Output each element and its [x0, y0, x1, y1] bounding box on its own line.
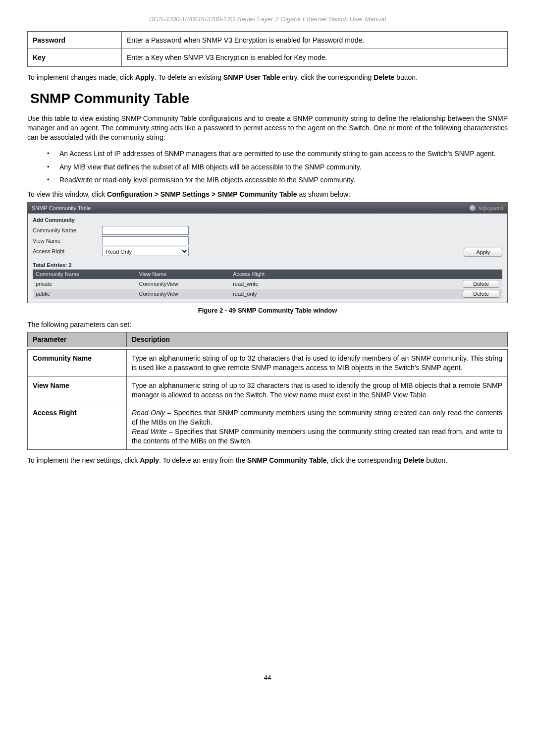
col-actions: [441, 270, 502, 279]
param-name: Community Name: [28, 350, 127, 377]
param-desc: Enter a Key when SNMP V3 Encryption is e…: [122, 49, 508, 67]
table-row: Key Enter a Key when SNMP V3 Encryption …: [28, 49, 508, 67]
list-item: Any MIB view that defines the subset of …: [27, 162, 508, 172]
col-parameter: Parameter: [28, 332, 127, 347]
paragraph: To implement changes made, click Apply. …: [27, 73, 508, 82]
form-row: Community Name: [33, 226, 502, 235]
text: SNMP Community Table: [247, 456, 327, 464]
total-entries-label: Total Entries: 2: [33, 262, 502, 269]
parameter-table: Parameter Description Community Name Typ…: [27, 332, 508, 450]
cell-access: read_write: [230, 279, 441, 289]
text: , click the corresponding: [327, 456, 404, 464]
cell-action: Delete: [441, 279, 502, 289]
window-title: SNMP Community Table: [32, 205, 91, 212]
safeguard-text: Safeguard: [478, 204, 503, 212]
access-right-label: Access Right: [33, 248, 102, 255]
param-name: Key: [28, 49, 122, 67]
param-desc: Read Only – Specifies that SNMP communit…: [127, 404, 508, 450]
table-row: View Name Type an alphanumeric string of…: [28, 377, 508, 404]
top-param-table: Password Enter a Password when SNMP V3 E…: [27, 31, 508, 67]
apply-label: Apply: [135, 73, 155, 81]
param-name: View Name: [28, 377, 127, 404]
view-name-input[interactable]: [102, 236, 189, 245]
window-titlebar: SNMP Community Table Safeguard: [28, 203, 507, 214]
read-write-label: Read Write: [132, 428, 167, 435]
text: button.: [424, 456, 447, 464]
cell-view: CommunityView: [136, 289, 230, 299]
page-number: 44: [27, 673, 508, 682]
table-row: Community Name Type an alphanumeric stri…: [28, 350, 508, 377]
delete-label: Delete: [374, 73, 394, 81]
access-right-select[interactable]: Read Only: [102, 247, 189, 256]
param-body: Community Name Type an alphanumeric stri…: [27, 349, 508, 450]
add-community-heading: Add Community: [33, 216, 502, 224]
col-access-right: Access Right: [230, 270, 441, 279]
cell-action: Delete: [441, 289, 502, 299]
form-row: View Name: [33, 236, 502, 245]
param-name: Access Right: [28, 404, 127, 450]
apply-button[interactable]: Apply: [464, 248, 502, 257]
entries-table: Community Name View Name Access Right pr…: [33, 270, 502, 299]
paragraph: Use this table to view existing SNMP Com…: [27, 114, 508, 142]
text: . To delete an entry from the: [159, 456, 247, 464]
table-header-row: Community Name View Name Access Right: [33, 270, 502, 279]
text: button.: [394, 73, 418, 81]
cell-view: CommunityView: [136, 279, 230, 289]
window-body: Add Community Community Name View Name A…: [28, 214, 507, 303]
table-row: Password Enter a Password when SNMP V3 E…: [28, 31, 508, 49]
apply-label: Apply: [140, 456, 159, 464]
manual-header: DGS-3700-12/DGS-3700-12G Series Layer 2 …: [27, 15, 508, 24]
cell-community: private: [33, 279, 136, 289]
list-item: An Access List of IP addresses of SNMP m…: [27, 149, 508, 159]
section-title: SNMP Community Table: [30, 89, 508, 108]
text: – Specifies that SNMP community members …: [132, 428, 502, 445]
text: as shown below:: [297, 190, 350, 198]
read-only-label: Read Only: [132, 409, 165, 417]
text: SNMP User Table: [223, 73, 280, 81]
bullet-list: An Access List of IP addresses of SNMP m…: [27, 149, 508, 185]
param-desc: Enter a Password when SNMP V3 Encryption…: [122, 31, 508, 49]
params-intro: The following parameters can set:: [27, 320, 508, 329]
snmp-community-table-window: SNMP Community Table Safeguard Add Commu…: [27, 202, 508, 303]
param-desc: Type an alphanumeric string of up to 32 …: [127, 377, 508, 404]
col-description: Description: [127, 332, 508, 347]
view-name-label: View Name: [33, 237, 102, 245]
delete-button[interactable]: Delete: [463, 280, 499, 288]
col-community-name: Community Name: [33, 270, 136, 279]
text: entry, click the corresponding: [280, 73, 374, 81]
table-row: private CommunityView read_write Delete: [33, 279, 502, 289]
col-view-name: View Name: [136, 270, 230, 279]
list-item: Read/write or read-only level permission…: [27, 175, 508, 185]
text: To implement the new settings, click: [27, 456, 140, 464]
param-name: Password: [28, 31, 122, 49]
text: – Specifies that SNMP community members …: [132, 409, 502, 426]
paragraph: To implement the new settings, click App…: [27, 456, 508, 465]
cell-community: public: [33, 289, 136, 299]
community-name-label: Community Name: [33, 227, 102, 234]
safeguard-badge: Safeguard: [470, 204, 503, 212]
delete-label: Delete: [403, 456, 424, 464]
safeguard-icon: [470, 205, 476, 211]
text: . To delete an existing: [155, 73, 223, 81]
text: To view this window, click: [27, 190, 107, 198]
table-row: public CommunityView read_only Delete: [33, 289, 502, 299]
header-rule: [27, 26, 508, 26]
nav-instruction: To view this window, click Configuration…: [27, 190, 508, 199]
param-header: Parameter Description: [27, 332, 508, 347]
cell-access: read_only: [230, 289, 441, 299]
delete-button[interactable]: Delete: [463, 290, 499, 298]
param-desc: Type an alphanumeric string of up to 32 …: [127, 350, 508, 377]
table-row: Access Right Read Only – Specifies that …: [28, 404, 508, 450]
text: To implement changes made, click: [27, 73, 135, 81]
figure-caption: Figure 2 - 49 SNMP Community Table windo…: [27, 306, 508, 315]
community-name-input[interactable]: [102, 226, 189, 235]
breadcrumb: Configuration > SNMP Settings > SNMP Com…: [107, 190, 297, 198]
